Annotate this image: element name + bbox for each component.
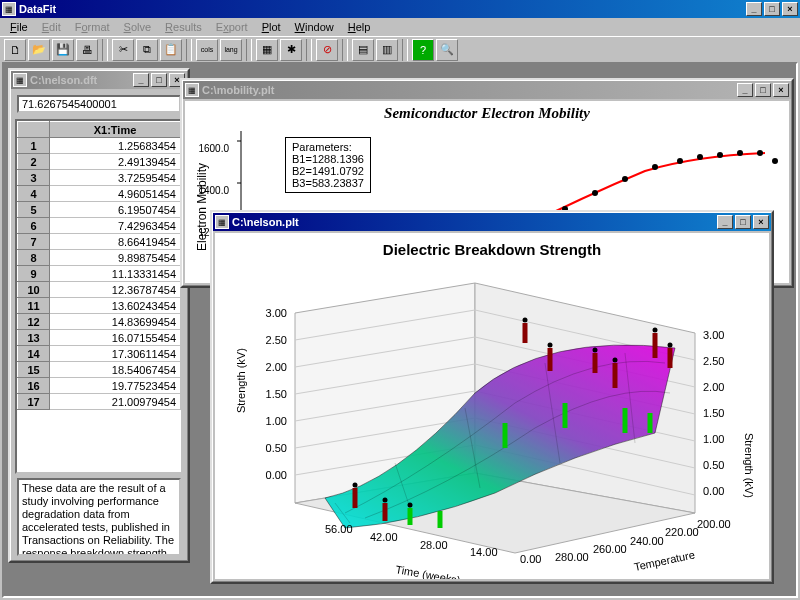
table-row[interactable]: 22.49139454 [18,154,181,170]
stop-icon[interactable]: ⊘ [316,39,338,61]
mdi-workspace: ▦ C:\nelson.dft _ □ × 71.6267545400001 X… [2,62,798,598]
maximize-button[interactable]: □ [735,215,751,229]
lang-icon[interactable]: lang [220,39,242,61]
print-icon[interactable]: 🖶 [76,39,98,61]
row-header[interactable]: 13 [18,330,50,346]
table-row[interactable]: 11.25683454 [18,138,181,154]
row-header[interactable]: 5 [18,202,50,218]
row-header[interactable]: 2 [18,154,50,170]
menu-results[interactable]: Results [159,19,208,35]
columns-icon[interactable]: cols [196,39,218,61]
maximize-button[interactable]: □ [151,73,167,87]
table-row[interactable]: 1012.36787454 [18,282,181,298]
cell[interactable]: 1.25683454 [50,138,181,154]
nelson-window-titlebar[interactable]: ▦ C:\nelson.plt _ □ × [213,213,771,231]
menu-export[interactable]: Export [210,19,254,35]
cell[interactable]: 9.89875454 [50,250,181,266]
maximize-button[interactable]: □ [764,2,780,16]
save-icon[interactable]: 💾 [52,39,74,61]
open-icon[interactable]: 📂 [28,39,50,61]
menu-plot[interactable]: Plot [256,19,287,35]
data-grid[interactable]: X1:Time 11.2568345422.4913945433.7259545… [15,119,183,474]
row-header[interactable]: 11 [18,298,50,314]
stat-icon[interactable]: ✱ [280,39,302,61]
data-window[interactable]: ▦ C:\nelson.dft _ □ × 71.6267545400001 X… [8,68,190,563]
row-header[interactable]: 10 [18,282,50,298]
about-icon[interactable]: 🔍 [436,39,458,61]
data-window-titlebar[interactable]: ▦ C:\nelson.dft _ □ × [11,71,187,89]
mobility-window-titlebar[interactable]: ▦ C:\mobility.plt _ □ × [183,81,791,99]
close-button[interactable]: × [753,215,769,229]
table-row[interactable]: 78.66419454 [18,234,181,250]
cell[interactable]: 12.36787454 [50,282,181,298]
minimize-button[interactable]: _ [746,2,762,16]
table-row[interactable]: 1417.30611454 [18,346,181,362]
table-row[interactable]: 33.72595454 [18,170,181,186]
help-icon[interactable]: ? [412,39,434,61]
table-row[interactable]: 1619.77523454 [18,378,181,394]
cascade-icon[interactable]: ▥ [376,39,398,61]
table-row[interactable]: 44.96051454 [18,186,181,202]
close-button[interactable]: × [782,2,798,16]
row-header[interactable]: 14 [18,346,50,362]
menu-file[interactable]: File [4,19,34,35]
cell[interactable]: 16.07155454 [50,330,181,346]
cell[interactable]: 7.42963454 [50,218,181,234]
new-icon[interactable]: 🗋 [4,39,26,61]
minimize-button[interactable]: _ [717,215,733,229]
table-row[interactable]: 1518.54067454 [18,362,181,378]
minimize-button[interactable]: _ [133,73,149,87]
cell[interactable]: 19.77523454 [50,378,181,394]
cell[interactable]: 17.30611454 [50,346,181,362]
cell[interactable]: 21.00979454 [50,394,181,410]
cell[interactable]: 18.54067454 [50,362,181,378]
table-row[interactable]: 1113.60243454 [18,298,181,314]
copy-icon[interactable]: ⧉ [136,39,158,61]
cell[interactable]: 3.72595454 [50,170,181,186]
row-header[interactable]: 15 [18,362,50,378]
menu-help[interactable]: Help [342,19,377,35]
svg-text:260.00: 260.00 [593,543,627,555]
table-row[interactable]: 89.89875454 [18,250,181,266]
row-header[interactable]: 1 [18,138,50,154]
row-header[interactable]: 3 [18,170,50,186]
description-box[interactable]: These data are the result of a study inv… [17,478,181,556]
cut-icon[interactable]: ✂ [112,39,134,61]
cell[interactable]: 2.49139454 [50,154,181,170]
row-header[interactable]: 17 [18,394,50,410]
table-row[interactable]: 1721.00979454 [18,394,181,410]
table-row[interactable]: 67.42963454 [18,218,181,234]
cell[interactable]: 14.83699454 [50,314,181,330]
row-header[interactable]: 9 [18,266,50,282]
cell[interactable]: 11.13331454 [50,266,181,282]
table-row[interactable]: 1316.07155454 [18,330,181,346]
table-row[interactable]: 911.13331454 [18,266,181,282]
cell[interactable]: 4.96051454 [50,186,181,202]
nelson-plot-window[interactable]: ▦ C:\nelson.plt _ □ × Dielectric Breakdo… [210,210,774,584]
plot-icon: ▦ [185,83,199,97]
cell[interactable]: 8.66419454 [50,234,181,250]
maximize-button[interactable]: □ [755,83,771,97]
row-header[interactable]: 6 [18,218,50,234]
table-row[interactable]: 1214.83699454 [18,314,181,330]
cell[interactable]: 13.60243454 [50,298,181,314]
menu-edit[interactable]: Edit [36,19,67,35]
col-header[interactable]: X1:Time [50,122,181,138]
cell[interactable]: 6.19507454 [50,202,181,218]
corner-cell[interactable] [18,122,50,138]
paste-icon[interactable]: 📋 [160,39,182,61]
row-header[interactable]: 7 [18,234,50,250]
row-header[interactable]: 4 [18,186,50,202]
menu-solve[interactable]: Solve [118,19,158,35]
minimize-button[interactable]: _ [737,83,753,97]
table-row[interactable]: 56.19507454 [18,202,181,218]
grid-icon[interactable]: ▦ [256,39,278,61]
row-header[interactable]: 8 [18,250,50,266]
row-header[interactable]: 12 [18,314,50,330]
tile-icon[interactable]: ▤ [352,39,374,61]
menu-window[interactable]: Window [289,19,340,35]
close-button[interactable]: × [773,83,789,97]
menu-format[interactable]: Format [69,19,116,35]
cell-editor[interactable]: 71.6267545400001 [17,95,181,113]
row-header[interactable]: 16 [18,378,50,394]
